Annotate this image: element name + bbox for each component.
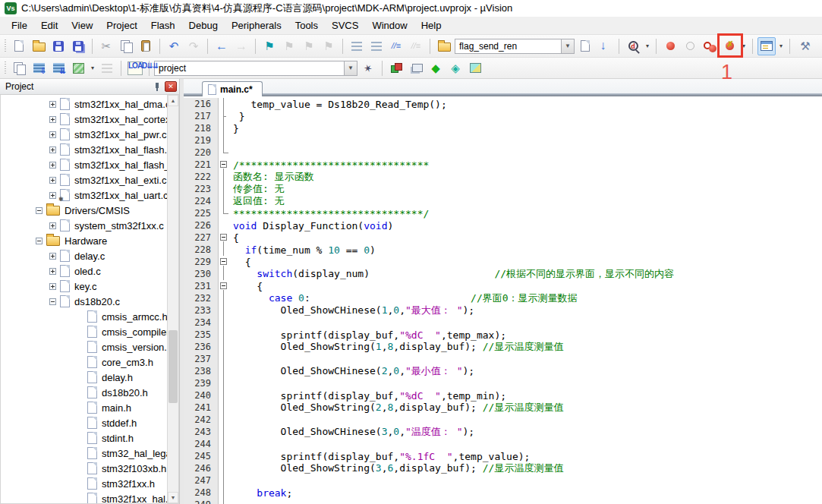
scroll-up-button[interactable]: ▲ — [168, 95, 178, 106]
tree-item-system-stm32f1xx-c[interactable]: system_stm32f1xx.c — [1, 218, 167, 233]
code-line-227[interactable]: 227{ — [184, 232, 822, 244]
menu-tools[interactable]: Tools — [288, 17, 325, 33]
tree-item-stm32f1xx-hal-cortex[interactable]: stm32f1xx_hal_cortex — [1, 112, 167, 127]
tree-item-stm32f1xx-hal-uart-c[interactable]: stm32f1xx_hal_uart.c — [1, 187, 167, 203]
code-line-225[interactable]: 225********************************/ — [184, 207, 822, 219]
code-line-226[interactable]: 226void Display_Function(void) — [184, 219, 822, 232]
code-line-241[interactable]: 241 Oled_ShowString(2,8,display_buf); //… — [184, 402, 822, 414]
tree-item-drivers-cmsis[interactable]: Drivers/CMSIS — [1, 203, 167, 218]
code-line-237[interactable]: 237 — [184, 353, 822, 365]
toggle-bookmark-button[interactable]: ⚑ — [260, 37, 279, 55]
fold-margin[interactable] — [219, 122, 231, 134]
scrollbar-thumb[interactable] — [168, 330, 178, 404]
tree-item-stm32f1xx-hal-pwr-c[interactable]: stm32f1xx_hal_pwr.c — [1, 127, 167, 142]
tree-item-key-c[interactable]: key.c — [1, 279, 167, 294]
fold-margin[interactable] — [219, 98, 231, 110]
tree-item-stm32f1xx-hal-exti-c[interactable]: stm32f1xx_hal_exti.c — [1, 172, 167, 187]
translate-button[interactable]: ⇩ — [10, 59, 28, 77]
expand-icon[interactable] — [49, 101, 56, 108]
fold-margin[interactable] — [219, 292, 231, 304]
tree-item-delay-c[interactable]: delay.c — [1, 248, 167, 263]
code-line-224[interactable]: 224返回值: 无 — [184, 195, 822, 207]
tab-main-c[interactable]: main.c* — [202, 81, 263, 96]
fold-margin[interactable] — [219, 462, 231, 474]
code-line-235[interactable]: 235 sprintf(display_buf,"%dC ",temp_max)… — [184, 329, 822, 341]
expand-icon[interactable] — [49, 283, 56, 290]
fold-margin[interactable] — [219, 244, 231, 256]
code-line-249[interactable]: 249 — [184, 499, 822, 504]
pack-installer-button[interactable] — [466, 59, 484, 77]
code-line-221[interactable]: 221/******************************** — [184, 159, 822, 171]
code-line-216[interactable]: 216 temp_value = Ds18b20_Read_Temp(); — [184, 98, 822, 110]
expand-icon[interactable] — [49, 162, 56, 169]
save-button[interactable] — [49, 37, 68, 55]
fold-margin[interactable] — [219, 171, 231, 183]
configure-button[interactable]: ⚒ — [796, 37, 814, 55]
comment-button[interactable]: //≡ — [387, 37, 405, 55]
menu-window[interactable]: Window — [365, 17, 414, 33]
expand-icon[interactable] — [49, 253, 56, 260]
project-tree-scrollbar[interactable]: ▲ ▼ — [167, 95, 178, 503]
fold-margin[interactable] — [219, 207, 231, 219]
tree-item-stm32f1xx-hal-flash-c[interactable]: stm32f1xx_hal_flash.c — [1, 142, 167, 157]
menu-help[interactable]: Help — [414, 17, 449, 33]
fold-margin[interactable] — [219, 426, 231, 438]
enable-breakpoint-button[interactable] — [681, 37, 699, 55]
undo-button[interactable]: ↶ — [165, 37, 183, 55]
find-button[interactable]: d — [624, 37, 642, 55]
uncomment-button[interactable]: //≡ — [407, 37, 425, 55]
tree-item-cmsis-armcc-h[interactable]: cmsis_armcc.h — [1, 309, 167, 324]
tree-item-ds18b20-c[interactable]: ds18b20.c — [1, 294, 167, 309]
paste-button[interactable] — [137, 37, 155, 55]
tree-item-ds18b20-h[interactable]: ds18b20.h — [1, 385, 167, 400]
find-in-files-button[interactable] — [435, 37, 453, 55]
code-line-229[interactable]: 229 { — [184, 256, 822, 268]
scrollbar-track[interactable] — [168, 106, 178, 492]
tree-item-stm32-hal-legacy-[interactable]: stm32_hal_legacy. — [1, 446, 167, 461]
fold-margin[interactable] — [219, 414, 231, 426]
unindent-button[interactable] — [348, 37, 366, 55]
code-line-238[interactable]: 238 Oled_ShowCHinese(2,0,"最小值： "); — [184, 365, 822, 377]
tree-item-cmsis-version-h[interactable]: cmsis_version.h — [1, 339, 167, 354]
code-line-217[interactable]: 217 } — [184, 110, 822, 122]
project-panel-close-button[interactable]: ✕ — [165, 81, 177, 92]
tree-item-main-h[interactable]: main.h — [1, 400, 167, 415]
save-all-button[interactable] — [69, 37, 87, 55]
tree-item-hardware[interactable]: Hardware — [1, 233, 167, 248]
indent-button[interactable] — [367, 37, 386, 55]
expand-icon[interactable] — [49, 268, 56, 275]
code-line-234[interactable]: 234 — [184, 317, 822, 329]
code-line-232[interactable]: 232 case 0: //界面0：显示测量数据 — [184, 292, 822, 304]
fold-margin[interactable] — [219, 341, 231, 353]
code-line-228[interactable]: 228 if(time_num % 10 == 0) — [184, 244, 822, 256]
new-file-button[interactable] — [10, 37, 28, 55]
collapse-icon[interactable] — [36, 207, 43, 214]
fold-margin[interactable] — [219, 329, 231, 341]
code-line-242[interactable]: 242 — [184, 414, 822, 426]
code-line-239[interactable]: 239 — [184, 377, 822, 389]
target-combobox-dropdown[interactable]: ▼ — [344, 61, 357, 75]
run-time-environment-button[interactable]: ◆ — [427, 59, 445, 77]
insert-breakpoint-button[interactable] — [661, 37, 679, 55]
tree-item-stddef-h[interactable]: stddef.h — [1, 415, 167, 430]
tree-item-stdint-h[interactable]: stdint.h — [1, 430, 167, 446]
windows-stack-button[interactable] — [407, 59, 425, 77]
code-area[interactable]: 216 temp_value = Ds18b20_Read_Temp();217… — [184, 96, 822, 504]
select-packs-button[interactable]: ◈ — [446, 59, 465, 77]
copy-button[interactable] — [117, 37, 135, 55]
code-line-245[interactable]: 245 sprintf(display_buf,"%.1fC ",temp_va… — [184, 450, 822, 462]
expand-icon[interactable] — [49, 177, 56, 184]
code-line-236[interactable]: 236 Oled_ShowString(1,8,display_buf); //… — [184, 341, 822, 353]
fold-margin[interactable] — [219, 304, 231, 317]
search-combobox-dropdown[interactable]: ▼ — [561, 39, 574, 53]
collapse-icon[interactable] — [36, 238, 43, 244]
fold-margin[interactable] — [219, 256, 231, 268]
tree-item-oled-c[interactable]: oled.c — [1, 263, 167, 279]
code-line-240[interactable]: 240 sprintf(display_buf,"%dC ",temp_min)… — [184, 389, 822, 402]
fold-margin[interactable] — [219, 219, 231, 232]
fold-margin[interactable] — [219, 402, 231, 414]
target-combobox[interactable]: project ▼ — [154, 61, 357, 76]
fold-margin[interactable] — [219, 280, 231, 292]
expand-icon[interactable] — [49, 222, 56, 229]
batch-build-dropdown[interactable]: ▾ — [89, 59, 96, 77]
